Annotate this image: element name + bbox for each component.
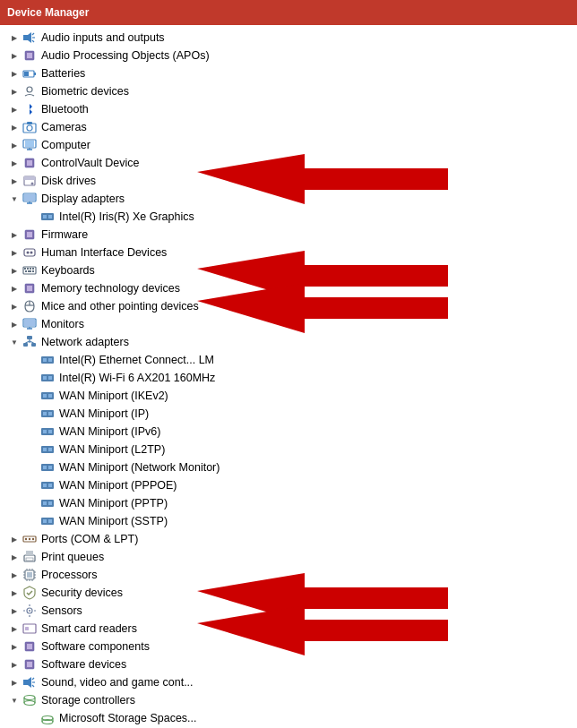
tree-item-storage[interactable]: Storage controllers [0, 691, 577, 709]
item-label-smartcard: Smart card readers [41, 622, 137, 635]
expand-icon-sensors[interactable] [7, 604, 22, 618]
tree-item-net-wifi[interactable]: Intel(R) Wi-Fi 6 AX201 160MHz [0, 369, 577, 387]
expand-icon-display[interactable] [7, 192, 22, 206]
tree-item-sensors[interactable]: Sensors [0, 602, 577, 620]
svg-line-56 [30, 341, 34, 343]
expand-icon-disk[interactable] [7, 174, 22, 188]
expand-icon-processors[interactable] [7, 568, 22, 582]
tree-item-audio-proc[interactable]: Audio Processing Objects (APOs) [0, 47, 577, 64]
device-icon-adapter [39, 371, 56, 385]
svg-rect-29 [48, 215, 52, 218]
tree-item-net-wan-ikev2[interactable]: WAN Miniport (IKEv2) [0, 387, 577, 405]
expand-icon-net-wan-ip[interactable] [25, 407, 39, 421]
expand-icon-keyboards[interactable] [7, 263, 22, 278]
expand-icon-ports[interactable] [7, 532, 22, 546]
tree-item-display[interactable]: Display adapters [0, 190, 577, 208]
tree-item-sound[interactable]: Sound, video and game cont... [0, 673, 577, 691]
expand-icon-audio-io[interactable] [7, 30, 22, 45]
tree-item-net-wan-pppoe[interactable]: WAN Miniport (PPPOE) [0, 476, 577, 494]
tree-item-net-wan-pptp[interactable]: WAN Miniport (PPTP) [0, 494, 577, 512]
tree-item-mice[interactable]: Mice and other pointing devices [0, 297, 577, 315]
device-icon-printer [22, 550, 38, 564]
tree-item-computer[interactable]: Computer [0, 136, 577, 154]
tree-item-net-wan-ipv6[interactable]: WAN Miniport (IPv6) [0, 423, 577, 441]
expand-icon-memory[interactable] [7, 281, 22, 295]
tree-item-keyboards[interactable]: Keyboards [0, 261, 577, 279]
tree-item-monitors[interactable]: Monitors [0, 315, 577, 333]
tree-item-bluetooth[interactable]: Bluetooth [0, 100, 577, 118]
item-label-storage: Storage controllers [41, 694, 135, 707]
tree-item-ports[interactable]: Ports (COM & LPT) [0, 530, 577, 548]
device-icon-cpu [22, 568, 38, 582]
tree-item-smartcard[interactable]: Smart card readers [0, 620, 577, 638]
device-icon-monitor [22, 317, 38, 331]
tree-item-audio-io[interactable]: Audio inputs and outputs [0, 29, 577, 47]
expand-icon-net-eth[interactable] [25, 353, 39, 367]
expand-icon-cameras[interactable] [7, 120, 22, 134]
expand-icon-audio-proc[interactable] [7, 48, 22, 63]
expand-icon-net-wan-pppoe[interactable] [25, 478, 39, 492]
expand-icon-net-wan-sstp[interactable] [25, 514, 39, 528]
expand-icon-display-intel[interactable] [25, 210, 39, 224]
expand-icon-printq[interactable] [7, 550, 22, 564]
item-label-net-wan-sstp: WAN Miniport (SSTP) [59, 515, 168, 527]
device-icon-adapter [39, 389, 56, 403]
expand-icon-sound[interactable] [7, 675, 22, 689]
tree-item-batteries[interactable]: Batteries [0, 64, 577, 82]
expand-icon-net-wan-l2tp[interactable] [25, 442, 39, 457]
expand-icon-network[interactable] [7, 335, 22, 349]
tree-item-processors[interactable]: Processors [0, 566, 577, 584]
item-label-net-eth: Intel(R) Ethernet Connect... LM [59, 354, 214, 366]
expand-icon-bluetooth[interactable] [7, 102, 22, 116]
tree-item-firmware[interactable]: Firmware [0, 226, 577, 244]
svg-rect-113 [27, 644, 32, 649]
expand-icon-storage-mss[interactable] [25, 711, 39, 725]
tree-item-softcomp[interactable]: Software components [0, 638, 577, 655]
svg-point-33 [27, 252, 30, 254]
tree-item-storage-mss[interactable]: Microsoft Storage Spaces... [0, 709, 577, 727]
item-label-net-wifi: Intel(R) Wi-Fi 6 AX201 160MHz [59, 372, 215, 384]
item-label-firmware: Firmware [41, 228, 88, 241]
tree-item-softdev[interactable]: Software devices [0, 655, 577, 673]
tree-item-hid[interactable]: Human Interface Devices [0, 244, 577, 261]
tree-item-printq[interactable]: Print queues [0, 548, 577, 566]
expand-icon-controlvault[interactable] [7, 156, 22, 170]
tree-item-disk[interactable]: Disk drives [0, 172, 577, 190]
tree-item-net-wan-ip[interactable]: WAN Miniport (IP) [0, 405, 577, 423]
expand-icon-security[interactable] [7, 586, 22, 600]
tree-container[interactable]: Audio inputs and outputsAudio Processing… [0, 25, 577, 728]
expand-icon-net-wifi[interactable] [25, 371, 39, 385]
expand-icon-hid[interactable] [7, 245, 22, 260]
tree-item-cameras[interactable]: Cameras [0, 118, 577, 136]
device-icon-biometric [22, 84, 38, 98]
tree-item-net-wan-netmon[interactable]: WAN Miniport (Network Monitor) [0, 458, 577, 476]
expand-icon-computer[interactable] [7, 138, 22, 152]
expand-icon-net-wan-ipv6[interactable] [25, 424, 39, 439]
expand-icon-softdev[interactable] [7, 657, 22, 672]
expand-icon-net-wan-ikev2[interactable] [25, 389, 39, 403]
expand-icon-storage[interactable] [7, 693, 22, 707]
expand-icon-softcomp[interactable] [7, 639, 22, 654]
svg-rect-76 [43, 466, 47, 469]
expand-icon-batteries[interactable] [7, 66, 22, 81]
svg-line-120 [32, 685, 34, 687]
tree-item-security[interactable]: Security devices [0, 584, 577, 602]
expand-icon-monitors[interactable] [7, 317, 22, 331]
device-icon-mouse [22, 299, 38, 313]
expand-icon-mice[interactable] [7, 299, 22, 313]
tree-item-net-eth[interactable]: Intel(R) Ethernet Connect... LM [0, 351, 577, 369]
expand-icon-smartcard[interactable] [7, 621, 22, 636]
tree-item-memory[interactable]: Memory technology devices [0, 279, 577, 297]
tree-item-net-wan-l2tp[interactable]: WAN Miniport (L2TP) [0, 441, 577, 458]
expand-icon-biometric[interactable] [7, 84, 22, 98]
item-label-audio-proc: Audio Processing Objects (APOs) [41, 49, 210, 62]
tree-item-controlvault[interactable]: ControlVault Device [0, 154, 577, 172]
expand-icon-firmware[interactable] [7, 227, 22, 242]
device-icon-adapter [39, 442, 56, 457]
tree-item-network[interactable]: Network adapters [0, 333, 577, 351]
expand-icon-net-wan-netmon[interactable] [25, 460, 39, 475]
tree-item-net-wan-sstp[interactable]: WAN Miniport (SSTP) [0, 512, 577, 530]
tree-item-display-intel[interactable]: Intel(R) Iris(R) Xe Graphics [0, 208, 577, 226]
expand-icon-net-wan-pptp[interactable] [25, 496, 39, 510]
tree-item-biometric[interactable]: Biometric devices [0, 82, 577, 100]
